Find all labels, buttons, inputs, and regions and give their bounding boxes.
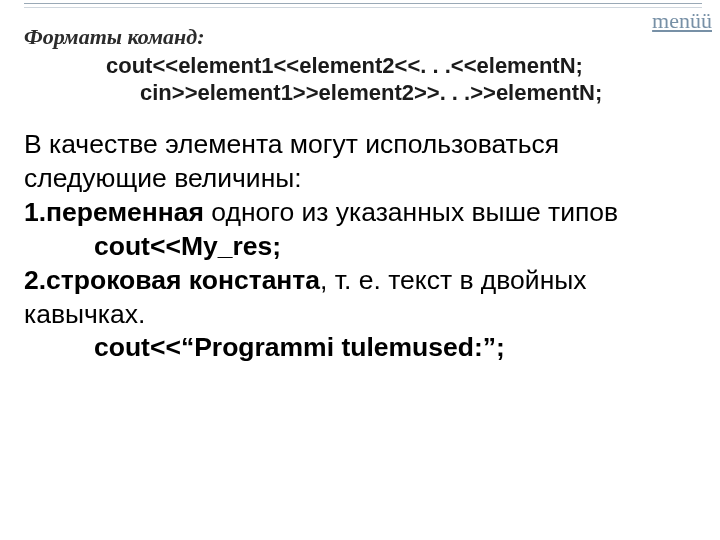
item-2-heading: строковая константа <box>46 265 320 295</box>
body-text: В качестве элемента могут использоваться… <box>24 128 696 365</box>
item-1-tail: одного из указанных выше типов <box>204 197 618 227</box>
cin-format-line: cin>>element1>>element2>>. . .>>elementN… <box>140 79 696 106</box>
intro-line-1: В качестве элемента могут использоваться <box>24 128 696 162</box>
item-2: 2.строковая константа, т. е. текст в дво… <box>24 264 696 298</box>
item-2-code: cout<<“Programmi tulemused:”; <box>94 331 696 365</box>
top-divider <box>24 3 702 8</box>
item-1-heading: переменная <box>46 197 204 227</box>
formats-caption: Форматы команд: <box>24 24 696 50</box>
cout-format-line: cоut<<element1<<element2<<. . .<<element… <box>106 52 696 79</box>
slide-root: menüü Форматы команд: cоut<<element1<<el… <box>0 0 720 540</box>
item-1-number: 1. <box>24 197 46 227</box>
intro-line-2: следующие величины: <box>24 162 696 196</box>
item-2-number: 2. <box>24 265 46 295</box>
item-1: 1.переменная одного из указанных выше ти… <box>24 196 696 230</box>
item-1-code: cout<<My_res; <box>94 230 696 264</box>
header-block: Форматы команд: cоut<<element1<<element2… <box>24 24 696 106</box>
item-2-end: кавычках. <box>24 298 696 332</box>
item-2-mid: , т. е. текст в двойных <box>320 265 587 295</box>
